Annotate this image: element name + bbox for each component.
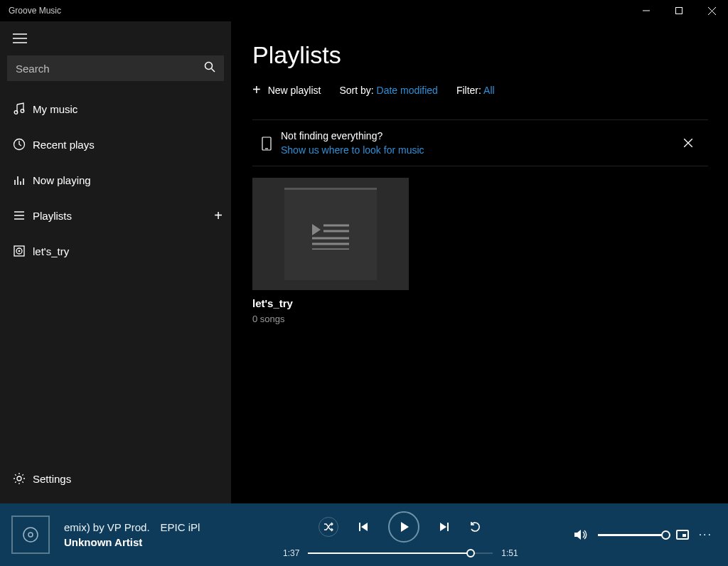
hamburger-button[interactable] [0, 21, 231, 55]
volume-button[interactable] [574, 528, 588, 541]
playlist-icon [13, 209, 33, 222]
search-icon [204, 61, 215, 75]
next-button[interactable] [438, 520, 451, 533]
next-icon [438, 520, 451, 533]
nav-item-settings[interactable]: Settings [0, 461, 231, 496]
page-title: Playlists [252, 41, 708, 69]
svg-marker-41 [574, 530, 581, 540]
body: My music Recent plays Now playing [0, 21, 728, 503]
search-input[interactable] [16, 63, 204, 75]
progress-row: 1:37 1:51 [283, 548, 518, 558]
player-center: 1:37 1:51 [228, 511, 574, 558]
playlist-tile[interactable]: let's_try 0 songs [252, 178, 708, 324]
sidebar-spacer [0, 269, 231, 461]
playlist-grid: let's_try 0 songs [252, 178, 708, 324]
volume-slider[interactable] [598, 534, 666, 536]
player-bar: emix) by VP Prod. EPIC iPl Unknown Artis… [0, 503, 728, 566]
svg-marker-28 [312, 224, 321, 235]
progress-bar[interactable] [308, 552, 493, 554]
nav-item-my-music[interactable]: My music [0, 91, 231, 127]
nav-label: Playlists [33, 210, 205, 222]
playlist-art [284, 188, 377, 280]
nav-label: Now playing [33, 174, 231, 186]
gear-icon [13, 472, 33, 485]
main-content: Playlists + New playlist Sort by: Date m… [231, 21, 728, 503]
minimize-icon [643, 7, 650, 14]
playlist-song-count: 0 songs [252, 314, 708, 324]
close-button[interactable] [695, 0, 728, 21]
track-artist: Unknown Artist [64, 536, 228, 548]
hamburger-icon [13, 31, 27, 46]
banner-texts: Not finding everything? Show us where to… [275, 130, 678, 156]
playlist-name: let's_try [252, 297, 708, 309]
banner-link[interactable]: Show us where to look for music [281, 144, 678, 156]
filter-control[interactable]: Filter: All [456, 85, 495, 96]
nav-item-playlists[interactable]: Playlists + [0, 198, 231, 233]
info-banner: Not finding everything? Show us where to… [252, 119, 708, 166]
sort-value: Date modified [377, 85, 438, 96]
svg-line-8 [212, 69, 215, 73]
nav-items: My music Recent plays Now playing [0, 87, 231, 269]
sidebar: My music Recent plays Now playing [0, 21, 231, 503]
equalizer-icon [13, 173, 33, 186]
plus-icon: + [252, 82, 261, 98]
svg-rect-1 [676, 8, 682, 14]
more-icon: ··· [699, 528, 712, 541]
miniplayer-icon [676, 530, 689, 540]
nav-label: My music [33, 103, 231, 115]
miniplayer-button[interactable] [676, 530, 689, 540]
banner-close-button[interactable] [678, 139, 698, 147]
time-elapsed: 1:37 [283, 548, 299, 558]
app-window: Groove Music [0, 0, 728, 566]
volume-icon [574, 528, 588, 541]
filter-value: All [483, 85, 495, 96]
window-buttons [630, 0, 728, 21]
previous-icon [357, 520, 370, 533]
nav-label: Recent plays [33, 139, 231, 151]
album-icon [13, 245, 33, 257]
svg-point-7 [205, 63, 213, 70]
time-total: 1:51 [501, 548, 518, 558]
maximize-button[interactable] [663, 0, 695, 21]
search-box[interactable] [7, 55, 224, 81]
play-button[interactable] [388, 511, 419, 543]
maximize-icon [675, 7, 682, 14]
new-playlist-label: New playlist [268, 85, 321, 96]
repeat-icon [469, 520, 482, 533]
track-title: emix) by VP Prod. EPIC iPl [64, 521, 228, 533]
clock-icon [13, 138, 33, 151]
svg-point-23 [17, 476, 21, 481]
device-icon [258, 135, 275, 151]
shuffle-button[interactable] [318, 517, 338, 537]
nav-label: let's_try [33, 245, 231, 257]
progress-fill [308, 552, 471, 554]
player-controls [318, 511, 482, 543]
toolbar: + New playlist Sort by: Date modified Fi… [252, 82, 708, 98]
previous-button[interactable] [357, 520, 370, 533]
progress-knob[interactable] [466, 549, 475, 557]
nav-item-now-playing[interactable]: Now playing [0, 162, 231, 198]
svg-marker-37 [361, 523, 368, 531]
repeat-button[interactable] [469, 520, 482, 533]
play-icon [397, 520, 410, 533]
add-playlist-button[interactable]: + [205, 208, 231, 224]
sort-by-control[interactable]: Sort by: Date modified [339, 85, 438, 96]
filter-label: Filter: [456, 85, 481, 96]
new-playlist-button[interactable]: + New playlist [252, 82, 321, 98]
nav-item-recent-plays[interactable]: Recent plays [0, 127, 231, 162]
now-playing-art[interactable] [11, 516, 50, 554]
volume-knob[interactable] [661, 530, 670, 540]
nav-item-playlist-lets-try[interactable]: let's_try [0, 233, 231, 269]
minimize-button[interactable] [630, 0, 663, 21]
svg-point-22 [18, 250, 20, 252]
player-right: ··· [574, 528, 728, 541]
window-title: Groove Music [0, 6, 630, 16]
music-icon [13, 102, 33, 115]
more-button[interactable]: ··· [699, 528, 712, 541]
sort-label: Sort by: [339, 85, 373, 96]
close-icon [684, 139, 692, 147]
shuffle-icon [323, 522, 333, 532]
svg-marker-38 [401, 522, 409, 532]
banner-title: Not finding everything? [281, 130, 678, 142]
close-icon [708, 7, 716, 15]
